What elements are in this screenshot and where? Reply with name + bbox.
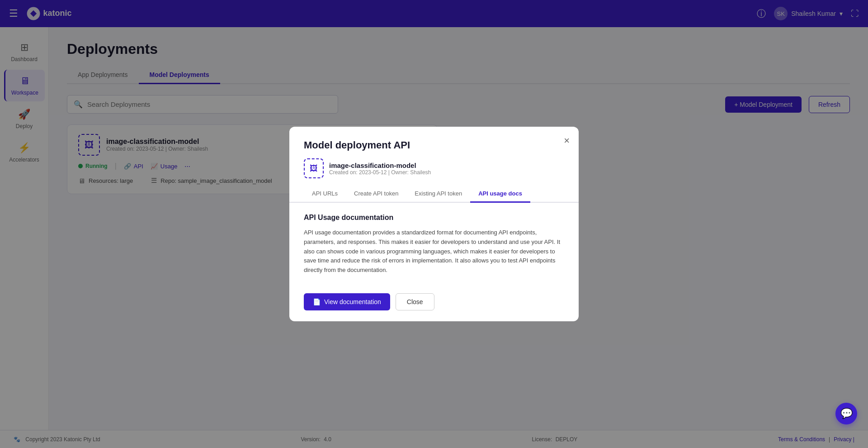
modal-tab-bar: API URLs Create API token Existing API t… <box>289 186 579 203</box>
modal-tab-api-urls[interactable]: API URLs <box>304 186 346 203</box>
modal-overlay[interactable]: Model deployment API × 🖼 image-classific… <box>0 0 868 448</box>
modal-body: API Usage documentation API usage docume… <box>289 203 579 286</box>
modal-model-icon: 🖼 <box>304 158 324 178</box>
chat-bubble-button[interactable]: 💬 <box>835 403 857 424</box>
modal-close-button[interactable]: × <box>564 135 570 147</box>
doc-icon: 📄 <box>313 298 321 305</box>
modal-model-meta: Created on: 2023-05-12 | Owner: Shailesh <box>329 169 431 176</box>
modal: Model deployment API × 🖼 image-classific… <box>289 127 579 321</box>
close-modal-button[interactable]: Close <box>396 293 434 310</box>
modal-tab-usage-docs[interactable]: API usage docs <box>470 186 530 203</box>
modal-header: Model deployment API × <box>289 127 579 158</box>
modal-body-text: API usage documentation provides a stand… <box>304 228 564 275</box>
view-doc-label: View documentation <box>324 298 381 305</box>
modal-tab-create-token[interactable]: Create API token <box>346 186 406 203</box>
modal-model-details: image-classification-model Created on: 2… <box>329 162 431 176</box>
modal-section-title: API Usage documentation <box>304 214 564 222</box>
modal-title: Model deployment API <box>304 139 564 151</box>
modal-model-name: image-classification-model <box>329 162 431 169</box>
view-documentation-button[interactable]: 📄 View documentation <box>304 293 390 310</box>
chat-icon: 💬 <box>840 408 853 419</box>
modal-footer: 📄 View documentation Close <box>289 286 579 321</box>
modal-model-info: 🖼 image-classification-model Created on:… <box>289 158 579 186</box>
modal-tab-existing-token[interactable]: Existing API token <box>406 186 470 203</box>
